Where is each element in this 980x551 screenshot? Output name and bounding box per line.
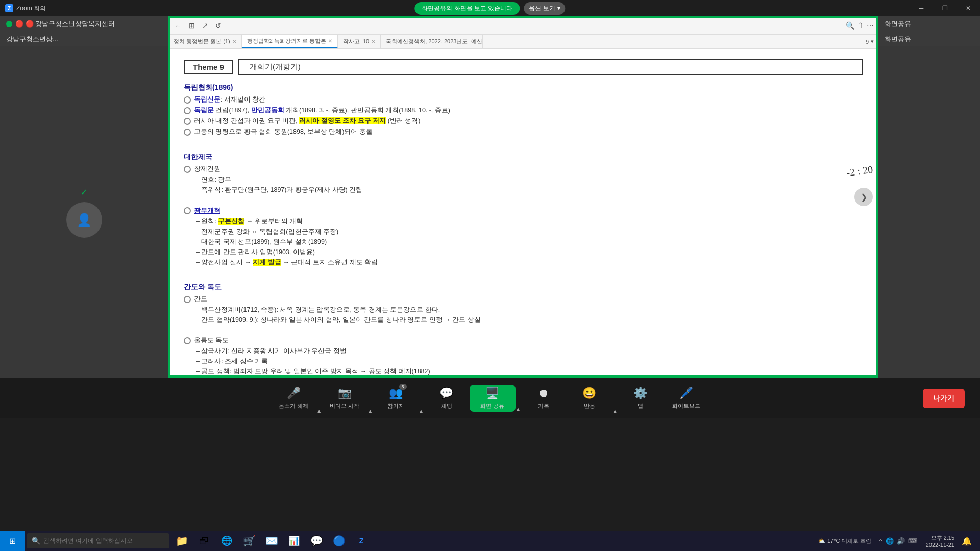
start-button[interactable]: ⊞: [0, 531, 24, 551]
tab-close-1[interactable]: ✕: [232, 39, 236, 44]
tab-document-3[interactable]: 작사고_10 ✕: [338, 35, 381, 48]
zoom-titlebar: Z Zoom 회의 화면공유의 화면을 보고 있습니다 옵션 보기 ▾ ─ ❐ …: [0, 0, 980, 16]
sub-item: – 공도 정책: 범죄자 도망 우려 및 일본인 이주 방지 목적 → 공도 정…: [196, 367, 863, 376]
whiteboard-icon: 🖊️: [679, 387, 693, 400]
list-item: 간도: [184, 295, 863, 304]
notification-icon[interactable]: 🔔: [959, 536, 975, 546]
taskbar-chrome-icon[interactable]: 🔵: [329, 531, 349, 551]
left-participant-panel: 🔴 🔴 강남구청소년상담복지센터 강남구청소년상... ✓ 👤: [0, 16, 168, 378]
zoom-icon: Z: [5, 4, 13, 12]
list-item: 독립신문: 서재필이 창간: [184, 95, 863, 104]
minimize-button[interactable]: ─: [910, 0, 933, 16]
window-controls: ─ ❐ ✕: [910, 0, 980, 16]
mute-arrow[interactable]: ▲: [316, 408, 322, 414]
record-icon: ⏺: [538, 387, 549, 400]
share-doc-icon[interactable]: ⇧: [857, 21, 864, 30]
tab-document-1[interactable]: 정치 행정법문 원본 (1) ✕: [168, 35, 242, 48]
tab-document-2[interactable]: 행정법학2 녹화강의자료 통합본 ✕: [242, 35, 338, 48]
reaction-arrow[interactable]: ▲: [612, 408, 618, 414]
leave-meeting-button[interactable]: 나가기: [923, 389, 965, 408]
document-tabs: 정치 행정법문 원본 (1) ✕ 행정법학2 녹화강의자료 통합본 ✕ 작사고_…: [168, 35, 878, 49]
left-panel-topbar: 🔴 🔴 강남구청소년상담복지센터: [0, 16, 168, 32]
keyboard-icon[interactable]: ⌨: [908, 537, 918, 545]
participants-button[interactable]: 👥 5 참가자: [373, 383, 419, 414]
tab-close-3[interactable]: ✕: [371, 39, 375, 44]
tray-icons: ^ 🌐 🔊 ⌨: [875, 537, 922, 545]
chat-icon: 💬: [439, 387, 453, 400]
whiteboard-button[interactable]: 🖊️ 화이트보드: [664, 383, 709, 414]
more-options-icon[interactable]: ⋯: [867, 21, 874, 30]
left-panel-content: ✓ 👤: [0, 46, 168, 378]
chevron-down-icon: ▾: [557, 5, 560, 12]
sub-item: – 대한국 국제 선포(1899), 원수부 설치(1899): [196, 238, 863, 246]
share-button[interactable]: ↗: [200, 20, 210, 31]
screenshare-arrow[interactable]: ▲: [516, 406, 521, 412]
doc-nav-next-arrow[interactable]: ❯: [854, 188, 873, 206]
apps-button[interactable]: ⚙️ 앱: [618, 383, 664, 414]
taskbar-taskview-icon[interactable]: 🗗: [194, 531, 214, 551]
taskbar-tray: ⛅ 17°C 대체로 흐림 ^ 🌐 🔊 ⌨ 오후 2:15 2022-11-21…: [818, 531, 980, 551]
refresh-button[interactable]: ↺: [213, 20, 224, 31]
back-button[interactable]: ←: [173, 20, 184, 31]
mute-button[interactable]: 🎤 음소거 해제: [271, 383, 316, 414]
taskbar-store-icon[interactable]: 🛒: [239, 531, 259, 551]
search-icon[interactable]: 🔍: [846, 21, 854, 30]
video-button[interactable]: 📷 비디오 시작: [322, 383, 368, 414]
taskbar-zoom-icon[interactable]: Z: [351, 531, 372, 551]
apps-label: 앱: [638, 402, 643, 410]
zoom-options-button[interactable]: 옵션 보기 ▾: [524, 2, 565, 15]
reaction-group: 😀 반응 ▲: [567, 383, 618, 414]
reaction-label: 반응: [584, 402, 595, 410]
shared-screen-panel: ← ⊞ ↗ ↺ 🔍 ⇧ ⋯ 정치 행정법문 원본 (1) ✕ 행정법학2 녹화: [168, 16, 878, 378]
apps-icon: ⚙️: [633, 387, 647, 400]
chevron-up-icon[interactable]: ^: [879, 537, 883, 545]
tab-document-4[interactable]: 국회예산정책처, 2022, 2023년도_예산... ✕: [381, 35, 483, 48]
weather-text: 17°C 대체로 흐림: [827, 537, 871, 545]
grid-view-button[interactable]: ⊞: [187, 20, 197, 31]
taskbar-search-input[interactable]: [43, 537, 156, 544]
theme-label-box: Theme 9: [184, 60, 233, 74]
screenshare-button[interactable]: 🖥️ 화면 공유: [470, 385, 516, 412]
taskbar-mail-icon[interactable]: ✉️: [261, 531, 282, 551]
bullet-icon: [184, 207, 191, 214]
participant-avatar: 👤: [66, 202, 102, 238]
bullet-icon: [184, 107, 191, 114]
video-group: 📷 비디오 시작 ▲: [322, 383, 373, 414]
reaction-button[interactable]: 😀 반응: [567, 383, 612, 414]
chat-button[interactable]: 💬 채팅: [424, 383, 470, 414]
taskbar-search-box[interactable]: 🔍: [27, 533, 169, 548]
tab-close-2[interactable]: ✕: [328, 38, 332, 44]
right-panel-topbar: 화면공유: [878, 16, 980, 32]
sub-item: – 고려사: 조세 징수 기록: [196, 357, 863, 366]
speaker-icon[interactable]: 🔊: [897, 537, 905, 545]
close-button[interactable]: ✕: [957, 0, 980, 16]
participants-icon: 👥 5: [389, 387, 403, 400]
taskbar-excel-icon[interactable]: 📊: [284, 531, 304, 551]
microphone-icon: 🎤: [287, 387, 301, 400]
participants-arrow[interactable]: ▲: [419, 408, 424, 414]
taskbar-kakaotalk-icon[interactable]: 💬: [306, 531, 327, 551]
mute-label: 음소거 해제: [279, 402, 308, 410]
reaction-icon: 😀: [582, 387, 596, 400]
taskbar-edge-icon[interactable]: 🌐: [216, 531, 237, 551]
date-display: 2022-11-21: [926, 542, 954, 548]
section-dokrib: 독립협회(1896): [184, 83, 863, 92]
network-icon[interactable]: 🌐: [886, 537, 894, 545]
weather-icon: ⛅: [818, 538, 825, 544]
video-label: 비디오 시작: [330, 402, 359, 410]
list-item: 울릉도 독도: [184, 336, 863, 345]
windows-icon: ⊞: [9, 536, 16, 546]
record-button[interactable]: ⏺ 기록: [521, 383, 567, 414]
page-number: 9: [866, 39, 869, 45]
page-dropdown-icon[interactable]: ▾: [871, 38, 874, 45]
clock-widget[interactable]: 오후 2:15 2022-11-21: [926, 534, 954, 548]
screenshare-label: 화면 공유: [480, 402, 504, 410]
video-arrow[interactable]: ▲: [368, 408, 373, 414]
taskbar-explorer-icon[interactable]: 📁: [172, 531, 192, 551]
restore-button[interactable]: ❐: [933, 0, 957, 16]
document-content: Theme 9 개화기(개항기) 독립협회(1896) 독립신문: 서재필이 창…: [168, 49, 878, 378]
section-daehan: 대한제국: [184, 153, 863, 162]
mute-group: 🎤 음소거 해제 ▲: [271, 383, 322, 414]
bullet-icon: [184, 96, 191, 104]
right-panel-content: [878, 46, 980, 378]
